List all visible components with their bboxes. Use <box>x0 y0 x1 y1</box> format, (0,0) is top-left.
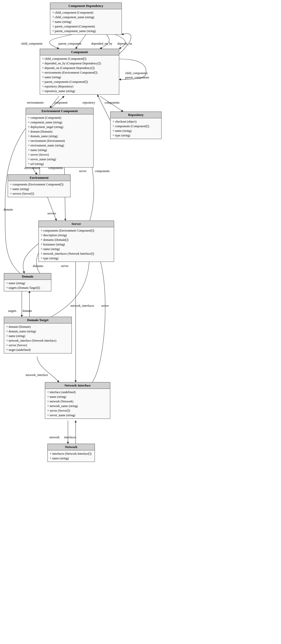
environment-title: Environment <box>8 175 70 181</box>
label-interfaces: interfaces <box>64 435 76 439</box>
component-box: Component + child_components (Component[… <box>40 49 119 95</box>
network-interface-body: + interface (undefined) + name (string) … <box>45 389 110 419</box>
label-depends-on: depends_on <box>117 42 132 46</box>
ni-field-6: + server_name (string) <box>47 413 108 418</box>
c-field-1: + child_components (Component[]) <box>42 56 117 61</box>
ec-field-1: + component (Component) <box>28 115 91 120</box>
ec-field-8: + name (string) <box>28 148 91 152</box>
label-depended-on-by: depended_on_by <box>91 42 112 46</box>
r-field-2: + components (Component[]) <box>113 124 159 128</box>
label-network: network <box>49 435 59 439</box>
c-field-7: + repository (Repository) <box>42 84 117 89</box>
srv-field-3: + domains (Domain[]) <box>41 237 112 242</box>
label-child-component: child_component <box>21 42 42 46</box>
ni-field-1: + interface (undefined) <box>47 390 108 394</box>
environment-component-body: + component (Component) + component_name… <box>26 114 93 167</box>
dom-field-2: + targets (Domain Target[]) <box>6 285 49 290</box>
component-dependency-title: Component Dependency <box>50 3 122 9</box>
srv-field-2: + description (string) <box>41 233 112 237</box>
component-title: Component <box>40 49 119 55</box>
label-components-env: components <box>48 166 63 170</box>
label-repository: repository <box>83 101 95 105</box>
srv-field-6: + network_interfaces (Network Interface[… <box>41 251 112 256</box>
environment-component-box: Environment Component + component (Compo… <box>26 108 94 167</box>
dt-field-5: + server (Server) <box>6 343 69 348</box>
cd-field-4: + parent_component (Component) <box>52 24 119 29</box>
component-dependency-body: + child_component (Component) + child_co… <box>50 9 122 34</box>
ni-field-4: + network_name (string) <box>47 404 108 408</box>
server-title: Server <box>39 221 114 227</box>
ec-field-5: + domain_name (string) <box>28 134 91 138</box>
ec-field-4: + domain (Domain) <box>28 129 91 134</box>
domain-target-body: + domain (Domain) + domain_name (string)… <box>4 323 72 353</box>
label-domain-env: domain <box>4 208 13 212</box>
dt-field-4: + network_interface (Network Interface) <box>6 338 69 343</box>
component-dependency-box: Component Dependency + child_component (… <box>50 3 122 35</box>
dt-field-1: + domain (Domain) <box>6 324 69 329</box>
label-network-interfaces: network_interfaces <box>71 304 94 308</box>
dt-field-2: + domain_name (string) <box>6 329 69 334</box>
env-field-2: + name (string) <box>10 187 68 191</box>
srv-field-4: + hostname (string) <box>41 242 112 247</box>
ni-field-5: + server (Server[]) <box>47 408 108 413</box>
label-parent-component: parent_component <box>58 42 81 46</box>
network-box: Network + interfaces (Network Interface[… <box>47 444 95 462</box>
label-environment-ec: environment <box>24 166 40 170</box>
dom-field-1: + name (string) <box>6 281 49 285</box>
ni-field-2: + name (string) <box>47 394 108 399</box>
c-field-8: + repository_name (string) <box>42 89 117 93</box>
r-field-3: + name (string) <box>113 128 159 133</box>
c-field-5: + name (string) <box>42 75 117 80</box>
domain-box: Domain + name (string) + targets (Domain… <box>4 273 51 291</box>
label-servers: servers <box>47 212 56 215</box>
server-box: Server + components (Environment Compone… <box>38 221 114 262</box>
network-interface-box: Network Interface + interface (undefined… <box>45 382 110 419</box>
server-body: + components (Environment Component[]) +… <box>39 227 114 262</box>
cd-field-3: + name (string) <box>52 19 119 24</box>
repository-body: + checkout (object) + components (Compon… <box>111 118 161 139</box>
repository-box: Repository + checkout (object) + compone… <box>110 112 162 139</box>
label-server-dom: server <box>61 264 68 268</box>
env-field-1: + components (Environment Component[]) <box>10 182 68 187</box>
cd-field-1: + child_component (Component) <box>52 10 119 15</box>
dt-field-6: + target (undefined) <box>6 348 69 352</box>
label-components-repo: components <box>105 101 119 105</box>
srv-field-1: + components (Environment Component[]) <box>41 228 112 233</box>
r-field-1: + checkout (object) <box>113 119 159 124</box>
c-field-6: + parent_components (Component[]) <box>42 80 117 84</box>
ec-field-11: + url (string) <box>28 162 91 166</box>
domain-target-title: Domain Target <box>4 317 72 323</box>
domain-body: + name (string) + targets (Domain Target… <box>4 280 51 291</box>
dt-field-3: + name (string) <box>6 334 69 338</box>
diagram-container: Component Dependency + child_component (… <box>0 0 281 644</box>
domain-target-box: Domain Target + domain (Domain) + domain… <box>4 317 72 353</box>
label-targets: targets <box>8 309 16 313</box>
label-domain-dt: domain <box>23 309 32 313</box>
repository-title: Repository <box>111 112 161 118</box>
label-server-ec: server <box>79 169 86 173</box>
c-field-4: + environments (Environment Component[]) <box>42 70 117 75</box>
net-field-1: + interfaces (Network Interface[]) <box>50 451 93 456</box>
r-field-4: + type (string) <box>113 133 159 138</box>
label-component-arrow: component <box>54 101 67 105</box>
label-network-interface: network_interface <box>26 373 48 377</box>
label-parent-components: parent_components <box>125 76 149 80</box>
environment-body: + components (Environment Component[]) +… <box>8 181 70 197</box>
component-body: + child_components (Component[]) + depen… <box>40 55 119 94</box>
network-interface-title: Network Interface <box>45 382 110 389</box>
ec-field-2: + component_name (string) <box>28 120 91 125</box>
cd-field-5: + parent_component_name (string) <box>52 29 119 33</box>
net-field-2: + name (string) <box>50 456 93 461</box>
label-components-srv: components <box>95 169 110 173</box>
ni-field-3: + network (Network) <box>47 399 108 404</box>
environment-component-title: Environment Component <box>26 108 93 114</box>
env-field-3: + servers (Server[]) <box>10 191 68 196</box>
c-field-2: + depended_on_by (Component Dependency[]… <box>42 61 117 66</box>
ec-field-7: + environment_name (string) <box>28 143 91 148</box>
cd-field-2: + child_component_name (string) <box>52 15 119 19</box>
ec-field-10: + server_name (string) <box>28 157 91 162</box>
ec-field-3: + deployment_target (string) <box>28 125 91 129</box>
c-field-3: + depends_on (Component Dependency[]) <box>42 66 117 70</box>
label-domains: domains <box>33 264 43 268</box>
network-body: + interfaces (Network Interface[]) + nam… <box>48 450 95 462</box>
